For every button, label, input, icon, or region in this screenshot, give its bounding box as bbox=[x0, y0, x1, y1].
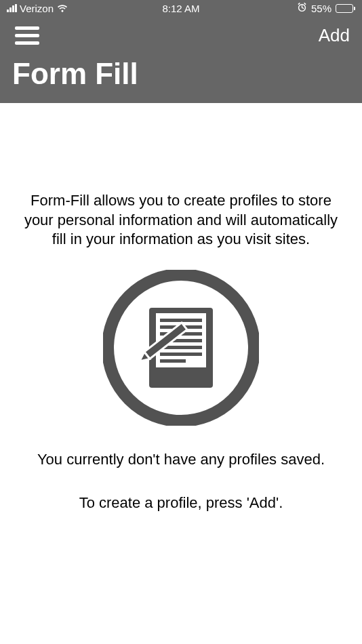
svg-rect-8 bbox=[160, 353, 202, 356]
alarm-icon bbox=[297, 2, 307, 14]
page-title: Form Fill bbox=[0, 54, 362, 103]
menu-icon[interactable] bbox=[12, 24, 42, 47]
add-button[interactable]: Add bbox=[319, 25, 350, 46]
battery-icon bbox=[336, 4, 355, 13]
svg-rect-9 bbox=[160, 359, 186, 363]
app-header: Add Form Fill bbox=[0, 16, 362, 103]
empty-state-text: You currently don't have any profiles sa… bbox=[19, 450, 343, 470]
status-bar: Verizon 8:12 AM 55% bbox=[0, 0, 362, 16]
main-content: Form-Fill allows you to create profiles … bbox=[0, 103, 362, 513]
status-time: 8:12 AM bbox=[162, 3, 199, 14]
status-right: 55% bbox=[297, 2, 355, 14]
carrier-label: Verizon bbox=[20, 3, 54, 14]
cta-hint-text: To create a profile, press 'Add'. bbox=[19, 494, 343, 513]
form-fill-illustration-icon bbox=[19, 270, 343, 426]
signal-icon bbox=[7, 4, 17, 12]
wifi-icon bbox=[56, 3, 68, 13]
status-left: Verizon bbox=[7, 3, 68, 14]
battery-percent: 55% bbox=[311, 3, 331, 14]
nav-bar: Add bbox=[0, 16, 362, 54]
intro-text: Form-Fill allows you to create profiles … bbox=[19, 191, 343, 249]
svg-rect-3 bbox=[160, 319, 202, 322]
